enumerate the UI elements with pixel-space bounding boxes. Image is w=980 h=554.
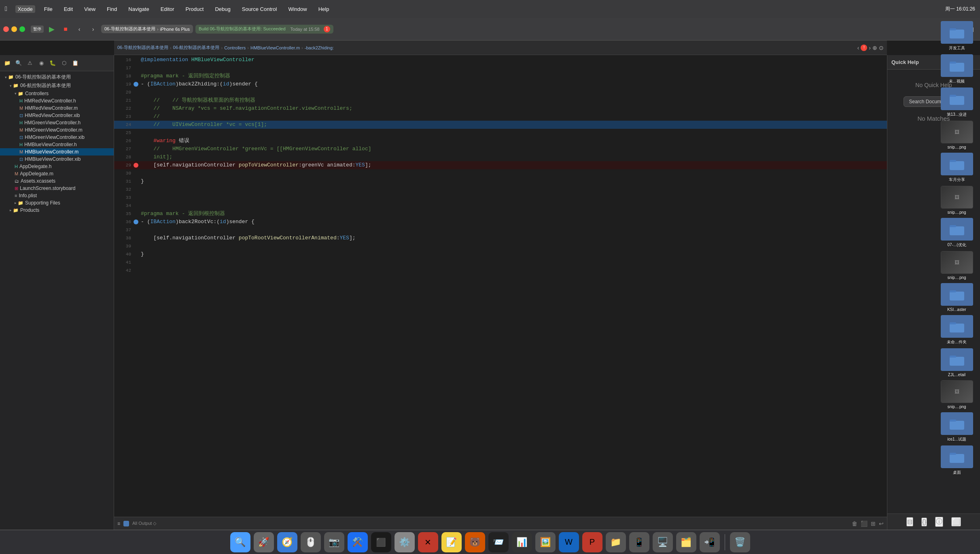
desktop-icon-------[interactable]: 未...视频	[935, 54, 978, 84]
code-view[interactable]: 16@implementation HMBlueViewController17…	[114, 55, 887, 517]
dock-icon-mouse[interactable]: 🖱️	[301, 532, 321, 552]
tree-item-assets.xcassets[interactable]: 🗂 Assets.xcassets	[0, 177, 114, 185]
dock-icon-photos[interactable]: 📷	[324, 532, 344, 552]
dock-icon-terminal[interactable]: ⬛	[371, 532, 391, 552]
debug-split-button[interactable]: ⬛	[861, 520, 868, 527]
menu-editor[interactable]: Editor	[158, 5, 177, 13]
desktop-icon-snip----png[interactable]: 🖼snip....png	[935, 121, 978, 149]
dock-icon-app4[interactable]: 📲	[700, 532, 720, 552]
dock-icon-word[interactable]: W	[559, 532, 579, 552]
debug-wrap-button[interactable]: ↩	[879, 520, 884, 527]
dock-icon-trash[interactable]: 🗑️	[730, 532, 750, 552]
menu-source-control[interactable]: Source Control	[240, 5, 280, 13]
desktop-icon--13-----[interactable]: 第13...业进	[935, 87, 978, 117]
file-actions-button[interactable]: ⊕	[872, 45, 877, 51]
menu-window[interactable]: Window	[286, 5, 309, 13]
desktop-icon-snip----png[interactable]: 🖼snip....png	[935, 186, 978, 215]
dock-icon-preview[interactable]: 🖼️	[535, 532, 556, 552]
desktop-icon-ksi---aster[interactable]: KSI...aster	[935, 283, 978, 312]
tree-item-06-导航控制器的基本使用[interactable]: ▾📁06-导航控制器的基本使用	[0, 73, 114, 81]
qh-file-icon[interactable]: ⊟	[906, 517, 913, 526]
breadcrumb-item-1[interactable]: 06-导航控制器的基本使用	[117, 45, 168, 51]
tree-item-hmblueviewcontroller.xib[interactable]: ⊡ HMBlueViewController.xib	[0, 156, 114, 163]
nav-breakpoint-icon[interactable]: ⬡	[59, 58, 69, 68]
desktop-icon-snip----png[interactable]: 🖼snip....png	[935, 380, 978, 409]
scheme-selector[interactable]: 06-导航控制器的基本使用 › iPhone 6s Plus	[101, 25, 193, 33]
menu-debug[interactable]: Debug	[212, 5, 233, 13]
tree-item-launchscreen.storyboard[interactable]: ⊞ LaunchScreen.storyboard	[0, 185, 114, 192]
dock-icon-ppt[interactable]: P	[582, 532, 602, 552]
desktop-icon-ios1-----[interactable]: ios1...试题	[935, 412, 978, 442]
dock-icon-app[interactable]: 📱	[629, 532, 649, 552]
breadcrumb-item-5[interactable]: -back2Zhiding:	[305, 45, 334, 50]
dock-icon-xcode[interactable]: ⚒️	[348, 532, 368, 552]
dock-icon-app2[interactable]: 🖥️	[653, 532, 673, 552]
tree-item-hmredviewcontroller.xib[interactable]: ⊡ HMRedViewController.xib	[0, 112, 114, 119]
dock-icon-files[interactable]: 📁	[606, 532, 626, 552]
dock-icon-app3[interactable]: 🗂️	[676, 532, 696, 552]
dock-icon-bear[interactable]: 🐻	[465, 532, 485, 552]
desktop-icon-zjl---etail[interactable]: ZJL...etail	[935, 348, 978, 377]
menu-navigate[interactable]: Navigate	[126, 5, 151, 13]
breadcrumb-item-2[interactable]: 06-航控制器的基本使用	[173, 45, 220, 51]
tree-item-hmgreenviewcontroller.m[interactable]: M HMGreenViewController.m	[0, 126, 114, 134]
tree-item-products[interactable]: ▸📁Products	[0, 207, 114, 214]
nav-warning-icon[interactable]: ⚠	[25, 58, 35, 68]
error-nav-next[interactable]: ›	[869, 45, 871, 51]
dock-icon-activity[interactable]: 📊	[512, 532, 532, 552]
pause-button[interactable]: 暂停	[31, 26, 44, 33]
tree-item-hmblueviewcontroller.m[interactable]: M HMBlueViewController.m	[0, 148, 114, 156]
jump-bar-left[interactable]: ≡	[117, 521, 120, 526]
nav-folder-icon[interactable]: 📁	[2, 58, 12, 68]
menu-view[interactable]: View	[82, 5, 98, 13]
dock-icon-finder[interactable]: 🔍	[230, 532, 250, 552]
tree-item-06-航控制器的基本使用[interactable]: ▾📁06-航控制器的基本使用	[0, 81, 114, 90]
dock-icon-stickies[interactable]: 📝	[441, 532, 462, 552]
tree-item-info.plist[interactable]: ≡ Info.plist	[0, 192, 114, 199]
run-button[interactable]: ▶	[46, 23, 57, 35]
tracking-button[interactable]: ⊙	[879, 45, 884, 51]
qh-code-icon[interactable]: {}	[921, 518, 927, 526]
desktop-icon-----[interactable]: 开发工具	[935, 21, 978, 51]
desktop-icon---[interactable]: 桌面	[935, 445, 978, 475]
stop-button[interactable]: ■	[60, 23, 71, 35]
dock-icon-launchpad[interactable]: 🚀	[254, 532, 274, 552]
zoom-window-button[interactable]	[19, 26, 25, 32]
menu-help[interactable]: Help	[316, 5, 332, 13]
nav-test-icon[interactable]: ◉	[36, 58, 46, 68]
minimize-window-button[interactable]	[11, 26, 17, 32]
output-selector[interactable]: All Output ◇	[132, 521, 156, 526]
error-nav-prev[interactable]: ‹	[857, 45, 859, 51]
breadcrumb-item-4[interactable]: HMBlueViewController.m	[250, 45, 300, 50]
desktop-icon-snip----png[interactable]: 🖼snip....png	[935, 251, 978, 280]
menu-edit[interactable]: Edit	[62, 5, 75, 13]
menu-xcode[interactable]: Xcode	[15, 5, 35, 13]
breakpoint-col-29[interactable]	[133, 163, 139, 168]
nav-report-icon[interactable]: 📋	[70, 58, 80, 68]
apple-menu[interactable]: 	[5, 5, 7, 13]
debug-expand-button[interactable]: ⊞	[871, 520, 876, 527]
desktop-icon--------[interactable]: 未命...件夹	[935, 315, 978, 345]
breadcrumb-item-3[interactable]: Controllers	[224, 45, 246, 50]
menu-find[interactable]: Find	[104, 5, 119, 13]
tree-item-appdelegate.h[interactable]: H AppDelegate.h	[0, 163, 114, 170]
dock-icon-system[interactable]: ⚙️	[395, 532, 415, 552]
close-window-button[interactable]	[3, 26, 9, 32]
tree-item-appdelegate.m[interactable]: M AppDelegate.m	[0, 170, 114, 177]
nav-search-icon[interactable]: 🔍	[14, 58, 23, 68]
dock-icon-franz[interactable]: 📨	[488, 532, 509, 552]
menu-file[interactable]: File	[42, 5, 55, 13]
dock-icon-safari[interactable]: 🧭	[277, 532, 297, 552]
tree-item-hmredviewcontroller.h[interactable]: H HMRedViewController.h	[0, 97, 114, 104]
desktop-icon-07-------[interactable]: 07-...(优化	[935, 218, 978, 248]
breakpoint-col-19[interactable]	[133, 82, 139, 87]
nav-debug-icon[interactable]: 🐛	[48, 58, 57, 68]
back-button[interactable]: ‹	[74, 23, 85, 35]
desktop-icon-----[interactable]: 车月分享	[935, 153, 978, 183]
debug-clear-button[interactable]: 🗑	[852, 520, 857, 527]
tree-item-hmgreenviewcontroller.xib[interactable]: ⊡ HMGreenViewController.xib	[0, 134, 114, 141]
dock-icon-xmind[interactable]: ✕	[418, 532, 438, 552]
tree-item-hmgreenviewcontroller.h[interactable]: H HMGreenViewController.h	[0, 119, 114, 126]
tree-item-controllers[interactable]: ▾📁Controllers	[0, 90, 114, 97]
breakpoint-col-36[interactable]	[133, 219, 139, 224]
